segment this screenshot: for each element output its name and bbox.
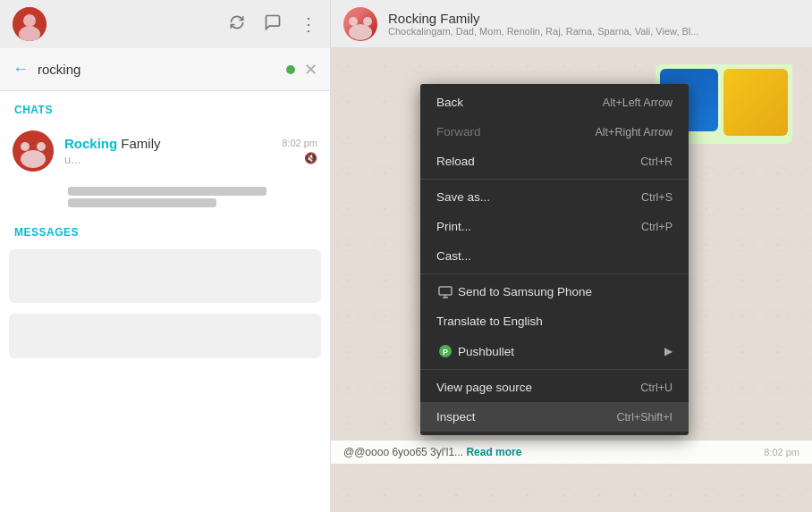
- ctx-inspect[interactable]: Inspect Ctrl+Shift+I: [420, 402, 689, 432]
- ctx-translate[interactable]: Translate to English: [420, 306, 689, 336]
- svg-point-9: [349, 24, 372, 40]
- ctx-back-label: Back: [436, 96, 585, 109]
- search-status-dot: [286, 65, 295, 74]
- ctx-divider-2: [420, 273, 689, 274]
- chats-section-label: CHATS: [0, 91, 330, 122]
- chat-name-rest: Family: [117, 136, 160, 151]
- preview-text: u...: [64, 153, 80, 166]
- ctx-forward[interactable]: Forward Alt+Right Arrow: [420, 117, 689, 147]
- left-panel: ⋮ ← ✕ CHATS Rocking Family: [0, 0, 331, 512]
- chat-item-rocking-family[interactable]: Rocking Family u... 8:02 pm 🔇: [0, 122, 330, 180]
- ctx-pushbullet-label: Pushbullet: [458, 345, 664, 358]
- mute-icon: 🔇: [304, 152, 317, 164]
- right-header: Rocking Family Chockalingam, Dad, Mom, R…: [331, 0, 812, 48]
- ctx-view-source-label: View page source: [436, 381, 622, 394]
- ctx-reload[interactable]: Reload Ctrl+R: [420, 147, 689, 176]
- message-item-1[interactable]: [9, 249, 321, 303]
- ctx-translate-label: Translate to English: [436, 315, 672, 328]
- back-button[interactable]: ←: [13, 60, 29, 79]
- chat-preview: u...: [64, 153, 271, 166]
- chat-icon[interactable]: [264, 13, 282, 36]
- avatar-image: [13, 7, 47, 41]
- chat-background: 1:1 +91 9 → Fo Dad → Fo நாட ///// Back: [331, 48, 812, 512]
- chat-name: Rocking Family: [64, 136, 271, 151]
- message-item-2[interactable]: [9, 314, 321, 358]
- read-more-bar: @@oooo 6yoo65 3yl'l1... Read more 8:02 p…: [331, 441, 812, 464]
- right-header-info: Rocking Family Chockalingam, Dad, Mom, R…: [388, 11, 799, 37]
- ctx-save-as-shortcut: Ctrl+S: [641, 191, 672, 204]
- messages-section-label: MESSAGES: [0, 214, 330, 244]
- ctx-save-as[interactable]: Save as... Ctrl+S: [420, 182, 689, 212]
- image-thumbnail-yellow: [723, 69, 788, 136]
- chat-avatar-rocking-family: [13, 130, 54, 172]
- ctx-pushbullet-arrow: ▶: [664, 345, 672, 357]
- svg-point-7: [349, 17, 358, 26]
- clear-search-button[interactable]: ✕: [304, 60, 317, 80]
- ctx-send-samsung-label: Send to Samsung Phone: [458, 285, 672, 298]
- ctx-back[interactable]: Back Alt+Left Arrow: [420, 88, 689, 117]
- message-time: 8:02 pm: [764, 447, 799, 457]
- top-icons: ⋮: [228, 13, 317, 36]
- chat-info: Rocking Family u...: [64, 136, 271, 166]
- ctx-back-shortcut: Alt+Left Arrow: [603, 97, 672, 109]
- svg-point-6: [21, 150, 46, 168]
- ctx-save-as-label: Save as...: [436, 190, 623, 204]
- read-more-text: @@oooo 6yoo65 3yl'l1... Read more: [343, 446, 521, 458]
- right-chat-name: Rocking Family: [388, 11, 799, 26]
- more-options-icon[interactable]: ⋮: [300, 13, 317, 35]
- ctx-print[interactable]: Print... Ctrl+P: [420, 212, 689, 241]
- chat-name-highlight: Rocking: [64, 136, 117, 151]
- ctx-cast-label: Cast...: [436, 249, 655, 263]
- read-more-link[interactable]: Read more: [466, 446, 521, 458]
- ctx-divider-3: [420, 369, 689, 370]
- top-bar: ⋮: [0, 0, 330, 48]
- right-panel: Rocking Family Chockalingam, Dad, Mom, R…: [331, 0, 812, 512]
- ctx-print-label: Print...: [436, 220, 623, 233]
- ctx-pushbullet[interactable]: P Pushbullet ▶: [420, 336, 689, 366]
- ctx-inspect-shortcut: Ctrl+Shift+I: [616, 411, 672, 424]
- svg-text:P: P: [443, 348, 448, 357]
- chat-meta: 8:02 pm 🔇: [282, 138, 317, 164]
- ctx-send-samsung[interactable]: Send to Samsung Phone: [420, 277, 689, 306]
- context-menu: Back Alt+Left Arrow Forward Alt+Right Ar…: [420, 84, 689, 435]
- svg-point-8: [363, 17, 372, 26]
- chat-avatar-image: [13, 130, 54, 172]
- chat-time: 8:02 pm: [282, 138, 317, 148]
- ctx-view-source[interactable]: View page source Ctrl+U: [420, 373, 689, 402]
- search-bar: ← ✕: [0, 48, 330, 91]
- user-avatar[interactable]: [13, 7, 47, 41]
- ctx-print-shortcut: Ctrl+P: [641, 221, 672, 233]
- ctx-view-source-shortcut: Ctrl+U: [640, 382, 672, 394]
- svg-rect-12: [439, 287, 452, 295]
- ctx-cast[interactable]: Cast...: [420, 241, 689, 271]
- ctx-inspect-label: Inspect: [436, 410, 598, 424]
- ctx-reload-shortcut: Ctrl+R: [640, 155, 672, 168]
- ctx-reload-label: Reload: [436, 155, 622, 168]
- right-chat-subtitle: Chockalingam, Dad, Mom, Renolin, Raj, Ra…: [388, 26, 799, 37]
- ctx-divider-1: [420, 179, 689, 180]
- svg-point-5: [37, 142, 46, 151]
- search-input[interactable]: [38, 62, 277, 77]
- ctx-forward-shortcut: Alt+Right Arrow: [596, 126, 673, 138]
- refresh-icon[interactable]: [228, 13, 246, 36]
- ctx-monitor-icon: [436, 286, 454, 298]
- svg-point-4: [21, 142, 30, 151]
- ctx-forward-label: Forward: [436, 125, 578, 138]
- svg-point-1: [23, 14, 36, 27]
- pushbullet-icon: P: [436, 344, 454, 358]
- right-chat-avatar[interactable]: [343, 7, 377, 41]
